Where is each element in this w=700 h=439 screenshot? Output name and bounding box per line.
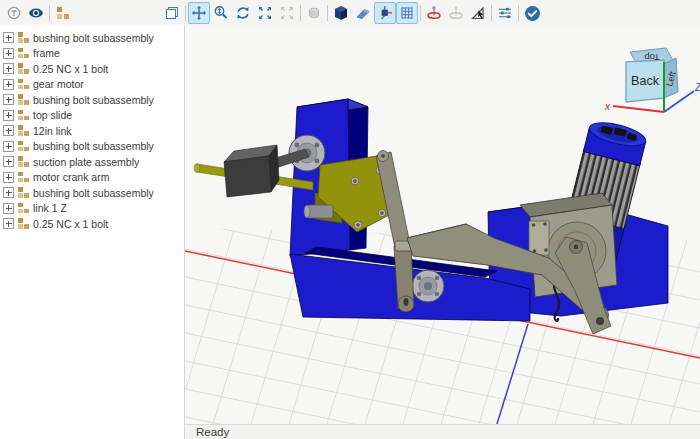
components-icon — [55, 5, 71, 21]
tree-item-label: link 1 Z — [33, 202, 67, 214]
expand-plus-icon[interactable] — [3, 63, 14, 74]
view-cube-front-label[interactable]: Back — [631, 74, 660, 88]
expand-plus-icon[interactable] — [3, 79, 14, 90]
shaded-view-button[interactable] — [330, 2, 352, 24]
expand-plus-icon[interactable] — [3, 172, 14, 183]
tree-item-label: 12in link — [33, 125, 72, 137]
apply-check-button[interactable] — [521, 2, 543, 24]
assembly-icon — [18, 172, 29, 183]
expand-plus-icon[interactable] — [3, 141, 14, 152]
orientation-cube-button[interactable] — [374, 2, 396, 24]
view-cube[interactable]: Top Back Left x Z — [604, 48, 700, 112]
zoom-dynamic-button[interactable] — [210, 2, 232, 24]
eye-icon — [28, 5, 44, 21]
assembly-icon — [18, 110, 29, 121]
pan-icon — [191, 5, 207, 21]
zoom-extents-button[interactable] — [254, 2, 276, 24]
tree-item[interactable]: bushing bolt subassembly — [0, 92, 184, 108]
expand-plus-icon[interactable] — [3, 218, 14, 229]
lathe-axis-alt-button[interactable] — [445, 2, 467, 24]
tree-item[interactable]: bushing bolt subassembly — [0, 139, 184, 155]
copy-view-button[interactable] — [161, 2, 183, 24]
lathe-axis-disabled-icon — [448, 5, 464, 21]
lathe-axis-icon — [426, 5, 442, 21]
viewport-3d[interactable]: Top Back Left x Z — [185, 25, 700, 424]
gripper-block[interactable] — [224, 145, 279, 197]
main-toolbar — [0, 0, 700, 26]
lathe-axis-button[interactable] — [423, 2, 445, 24]
tree-item[interactable]: gear motor — [0, 77, 184, 93]
tree-item[interactable]: frame — [0, 46, 184, 62]
expand-plus-icon[interactable] — [3, 156, 14, 167]
beam-flange[interactable] — [412, 270, 444, 302]
tree-item-label: gear motor — [33, 78, 84, 90]
zoom-icon — [213, 5, 229, 21]
rotate-view-button[interactable] — [232, 2, 254, 24]
zoom-window-button[interactable] — [276, 2, 298, 24]
assembly-icon — [18, 187, 29, 198]
tree-item-label: bushing bolt subassembly — [33, 32, 154, 44]
tree-item[interactable]: suction plate assembly — [0, 154, 184, 170]
toolbar-separator — [518, 5, 519, 21]
tree-item-label: bushing bolt subassembly — [33, 94, 154, 106]
grid-icon — [399, 5, 415, 21]
assembly-icon — [18, 218, 29, 229]
axis-x-label: x — [604, 101, 611, 112]
orientation-cube-icon — [377, 5, 393, 21]
grid-toggle-button[interactable] — [396, 2, 418, 24]
tree-item[interactable]: 0.25 NC x 1 bolt — [0, 61, 184, 77]
tree-item[interactable]: bushing bolt subassembly — [0, 30, 184, 46]
components-button[interactable] — [52, 2, 74, 24]
status-text: Ready — [185, 426, 229, 438]
tree-item[interactable]: bushing bolt subassembly — [0, 185, 184, 201]
assembly-icon — [18, 203, 29, 214]
select-filter-button[interactable] — [3, 2, 25, 24]
tree-item-label: motor crank arm — [33, 171, 109, 183]
shaded-cube-icon — [333, 5, 349, 21]
expand-plus-icon[interactable] — [3, 125, 14, 136]
assembly-icon — [18, 63, 29, 74]
tree-item-label: bushing bolt subassembly — [33, 187, 154, 199]
tree-item[interactable]: link 1 Z — [0, 201, 184, 217]
expand-plus-icon[interactable] — [3, 32, 14, 43]
visibility-eye-button[interactable] — [25, 2, 47, 24]
assembly-icon — [18, 48, 29, 59]
assembly-icon — [18, 79, 29, 90]
toolbar-separator — [300, 5, 301, 21]
toolbar-separator — [185, 5, 186, 21]
assembly-icon — [18, 32, 29, 43]
extruded-view-button[interactable] — [352, 2, 374, 24]
zoom-extents-icon — [257, 5, 273, 21]
select-filter-icon — [6, 5, 22, 21]
tree-item[interactable]: motor crank arm — [0, 170, 184, 186]
pan-button[interactable] — [188, 2, 210, 24]
display-settings-button[interactable] — [494, 2, 516, 24]
expand-plus-icon[interactable] — [3, 203, 14, 214]
expand-plus-icon[interactable] — [3, 110, 14, 121]
measure-button[interactable] — [467, 2, 489, 24]
copy-icon — [164, 5, 180, 21]
expand-plus-icon[interactable] — [3, 187, 14, 198]
section-view-button[interactable] — [303, 2, 325, 24]
assembly-icon — [18, 141, 29, 152]
expand-plus-icon[interactable] — [3, 94, 14, 105]
assembly-icon — [18, 94, 29, 105]
tree-item[interactable]: 0.25 NC x 1 bolt — [0, 216, 184, 232]
assembly-tree-panel: bushing bolt subassembly frame 0.25 NC x… — [0, 25, 185, 439]
tree-item-label: bushing bolt subassembly — [33, 140, 154, 152]
measure-icon — [470, 5, 486, 21]
rotate-icon — [235, 5, 251, 21]
extruded-beam-icon — [355, 5, 371, 21]
expand-plus-icon[interactable] — [3, 48, 14, 59]
toolbar-separator — [327, 5, 328, 21]
tree-item-label: frame — [33, 47, 60, 59]
section-icon — [306, 5, 322, 21]
tree-item-label: 0.25 NC x 1 bolt — [33, 63, 108, 75]
assembly-3d-model[interactable] — [194, 99, 668, 334]
status-bar: Ready — [185, 424, 700, 439]
toolbar-separator — [49, 5, 50, 21]
tree-item[interactable]: top slide — [0, 108, 184, 124]
view-cube-top-label[interactable]: Top — [644, 52, 659, 63]
tree-item[interactable]: 12in link — [0, 123, 184, 139]
assembly-icon — [18, 125, 29, 136]
